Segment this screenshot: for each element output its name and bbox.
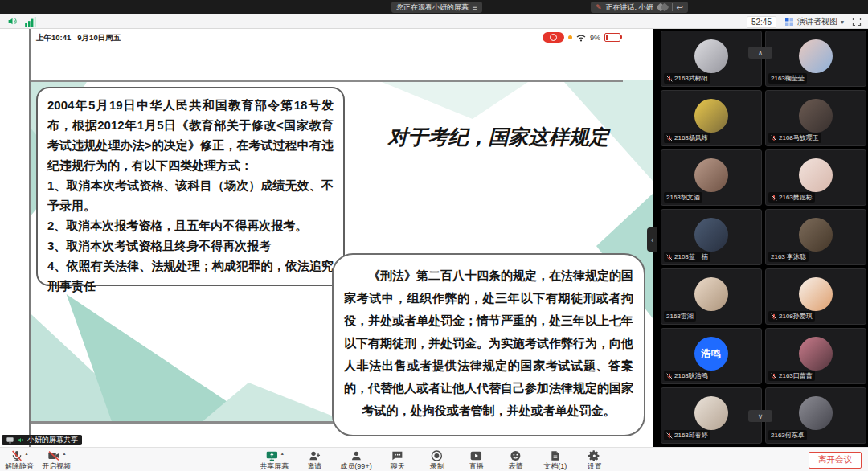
scroll-up-button[interactable]: ∧ bbox=[748, 47, 772, 59]
participant-sidebar: 2163武郴阳 2163鞠莹莹 2163杨风炜 2108马故璎玉 bbox=[653, 29, 868, 447]
participant-name-pill: 2163杨风炜 bbox=[664, 133, 710, 143]
live-stream-button[interactable]: 直播 bbox=[463, 448, 490, 471]
fullscreen-icon[interactable] bbox=[852, 17, 862, 27]
mic-muted-icon bbox=[771, 195, 777, 201]
participant-name: 2163 李沐聪 bbox=[771, 252, 806, 261]
participant-avatar bbox=[694, 39, 728, 73]
screen-share-status-text: 小妍的屏幕共享 bbox=[27, 435, 78, 445]
mic-muted-icon bbox=[666, 135, 673, 141]
bottom-toolbar: ▴ 解除静音 ▴ 开启视频 ▴ 共享屏幕 bbox=[0, 447, 868, 471]
participant-name-pill: 2103蓝一楠 bbox=[664, 252, 710, 262]
participant-name: 2163鞠莹莹 bbox=[771, 74, 805, 83]
meeting-timer: 52:45 bbox=[747, 16, 776, 28]
participant-name-pill: 2108马故璎玉 bbox=[768, 133, 821, 143]
participant-avatar bbox=[694, 396, 728, 430]
participant-tile[interactable]: 2163武郴阳 bbox=[661, 31, 762, 87]
record-button[interactable]: 录制 bbox=[424, 448, 451, 471]
members-button[interactable]: 成员(99+) bbox=[340, 448, 371, 471]
chevron-up-icon[interactable]: ▴ bbox=[63, 450, 65, 456]
settings-button[interactable]: 设置 bbox=[581, 448, 608, 471]
participant-tile[interactable]: 2163樊愿彬 bbox=[765, 149, 866, 206]
scroll-down-button[interactable]: ∨ bbox=[748, 410, 772, 422]
app-window-edge bbox=[29, 29, 31, 447]
gear-icon bbox=[588, 449, 601, 462]
mic-muted-icon bbox=[771, 135, 777, 141]
leave-meeting-button[interactable]: 离开会议 bbox=[809, 452, 862, 469]
participant-avatar bbox=[799, 99, 833, 133]
speaker-avatars bbox=[657, 4, 668, 10]
participant-name: 2163邱春婷 bbox=[674, 431, 708, 440]
emoji-button[interactable]: 表情 bbox=[502, 448, 530, 471]
shared-screen-view: 上午10:419月10日周五 9% 2004年5月19日中华人民共和国教育部令第… bbox=[0, 29, 653, 447]
share-screen-icon bbox=[265, 449, 280, 462]
banner-menu-icon[interactable]: ≡ bbox=[473, 3, 477, 12]
participant-name-pill: 2163胡文酒 bbox=[664, 192, 702, 203]
participant-tile[interactable]: 浩鸣 2163耿浩鸣 bbox=[661, 328, 762, 384]
speaking-banner: ✎ 正在讲话: 小妍 ↩ bbox=[591, 2, 688, 13]
chevron-down-icon: ▾ bbox=[841, 18, 844, 26]
mic-muted-icon bbox=[666, 432, 673, 439]
sidebar-collapse-handle[interactable]: ‹ bbox=[647, 227, 657, 252]
document-icon bbox=[550, 449, 561, 462]
participant-name: 2163杨风炜 bbox=[674, 133, 708, 142]
mic-muted-icon bbox=[771, 313, 777, 320]
participant-tile[interactable]: 2163何东卓 bbox=[765, 387, 866, 444]
participant-avatar bbox=[799, 158, 833, 192]
participant-tile[interactable]: 2163杨风炜 bbox=[661, 90, 762, 146]
view-mode-label: 演讲者视图 bbox=[797, 16, 837, 27]
start-video-button[interactable]: ▴ 开启视频 bbox=[42, 448, 71, 471]
mic-muted-icon bbox=[666, 254, 673, 260]
participant-tile[interactable]: 2163鞠莹莹 bbox=[765, 31, 866, 87]
chevron-up-icon[interactable]: ▴ bbox=[281, 450, 284, 456]
top-status-bar: 您正在观看小妍的屏幕 ≡ ✎ 正在讲话: 小妍 ↩ bbox=[0, 0, 868, 14]
speaker-icon bbox=[17, 436, 25, 444]
participant-tile[interactable]: 2163邱春婷 bbox=[661, 387, 762, 444]
participant-name: 2163胡文酒 bbox=[666, 193, 700, 202]
remote-date: 9月10日周五 bbox=[77, 33, 121, 42]
wifi-icon bbox=[576, 34, 586, 42]
participant-tile[interactable]: 2163雷湘 bbox=[661, 268, 762, 325]
live-play-icon bbox=[470, 449, 483, 462]
divider bbox=[672, 3, 673, 11]
layout-grid-icon bbox=[784, 17, 794, 27]
participant-name: 2163雷湘 bbox=[666, 312, 694, 321]
share-screen-button[interactable]: ▴ 共享屏幕 bbox=[260, 448, 289, 471]
participant-avatar bbox=[694, 158, 728, 192]
mic-in-use-dot bbox=[568, 35, 572, 39]
participant-avatar bbox=[799, 39, 833, 73]
reply-arrow-icon[interactable]: ↩ bbox=[677, 3, 683, 12]
battery-icon bbox=[604, 33, 620, 42]
participant-tile[interactable]: 2163胡文酒 bbox=[661, 149, 762, 206]
speaking-banner-text: 正在讲话: 小妍 bbox=[606, 2, 653, 13]
participant-avatar bbox=[799, 337, 833, 371]
annotate-pencil-icon[interactable]: ✎ bbox=[596, 3, 602, 11]
record-circle-icon bbox=[431, 449, 444, 462]
participant-name: 2163樊愿彬 bbox=[779, 193, 813, 202]
mic-muted-icon bbox=[771, 373, 777, 379]
meeting-window: 您正在观看小妍的屏幕 ≡ ✎ 正在讲话: 小妍 ↩ 52:45 演讲者视图 bbox=[0, 0, 868, 471]
remote-status-bar: 上午10:419月10日周五 9% bbox=[0, 29, 653, 50]
screen-recording-indicator bbox=[542, 32, 564, 43]
participant-tile[interactable]: 2108马故璎玉 bbox=[765, 90, 866, 146]
screen-share-status-label: 小妍的屏幕共享 bbox=[2, 435, 82, 445]
invite-button[interactable]: 邀请 bbox=[301, 448, 328, 471]
participant-name-pill: 2163鞠莹莹 bbox=[768, 73, 807, 84]
participant-avatar bbox=[799, 396, 833, 430]
participant-tile[interactable]: 2103蓝一楠 bbox=[661, 209, 762, 265]
participant-name-pill: 2163雷湘 bbox=[664, 311, 696, 322]
docs-button[interactable]: 文档(1) bbox=[542, 448, 569, 471]
remote-time: 上午10:41 bbox=[36, 33, 71, 42]
chat-button[interactable]: 聊天 bbox=[384, 448, 411, 471]
participant-grid: 2163武郴阳 2163鞠莹莹 2163杨风炜 2108马故璎玉 bbox=[661, 31, 866, 444]
unmute-button[interactable]: ▴ 解除静音 bbox=[5, 448, 34, 471]
view-mode-button[interactable]: 演讲者视图 ▾ bbox=[784, 16, 844, 27]
audio-output-icon[interactable] bbox=[6, 16, 18, 27]
participant-name: 2163武郴阳 bbox=[674, 74, 708, 83]
chevron-up-icon[interactable]: ▴ bbox=[25, 450, 27, 456]
camera-off-icon bbox=[47, 449, 61, 462]
participant-tile[interactable]: 2163田蕾蕾 bbox=[765, 328, 866, 384]
watching-banner: 您正在观看小妍的屏幕 ≡ bbox=[391, 2, 482, 13]
participant-tile[interactable]: 2163 李沐聪 bbox=[765, 209, 866, 265]
participant-tile[interactable]: 2108孙爱琪 bbox=[765, 268, 866, 325]
participant-name-pill: 2163田蕾蕾 bbox=[768, 371, 815, 381]
